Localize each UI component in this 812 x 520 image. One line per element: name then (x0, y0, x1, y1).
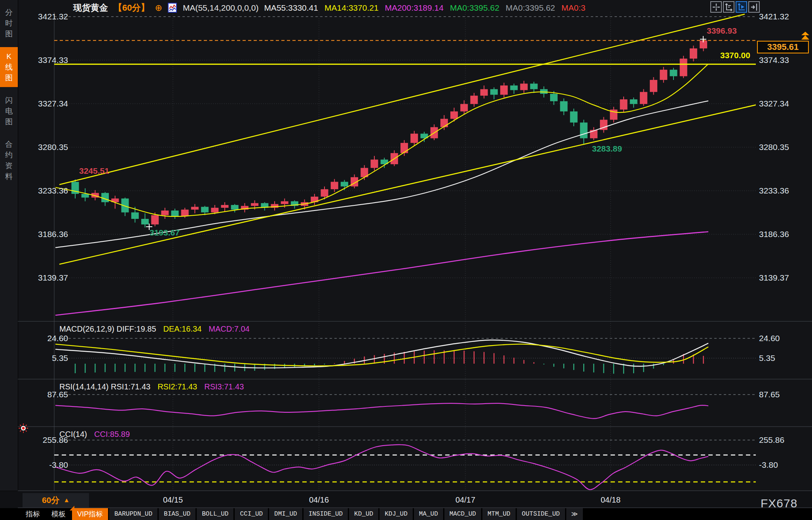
ma-formula: MA(55,14,200,0,0,0) (183, 3, 258, 13)
axis-tick: 3374.33 (759, 55, 789, 65)
chart-toolbar (710, 1, 760, 13)
ma-value-3: MA0:3395.62 (450, 3, 499, 13)
chevron-up-icon: ▲ (63, 497, 70, 504)
axis-tick: 3233.36 (0, 186, 68, 195)
indicator-tab-BIAS_UD[interactable]: BIAS_UD (159, 508, 195, 520)
indicator-tab-VIP指标[interactable]: VIP指标 (72, 508, 108, 520)
indicator-tab-KD_UD[interactable]: KD_UD (349, 508, 378, 520)
rsi-header-part-2: RSI3:71.43 (204, 382, 244, 391)
macd-header-part-1: DEA:16.34 (163, 325, 202, 334)
trading-app-window: 分时图K线图闪电图合约资料 现货黄金 【60分】 ⊕ MA(55,14,200,… (0, 0, 812, 520)
price-annotation-1: 3193.67 (150, 228, 180, 237)
ma-value-1: MA14:3370.21 (324, 3, 379, 13)
timeframe-value: 60分 (42, 495, 59, 506)
axis-tick: -3.80 (0, 460, 68, 470)
axis-tick: 3327.34 (759, 99, 789, 108)
indicator-tab-模板[interactable]: 模板 (46, 508, 71, 520)
axis-tick: 3374.33 (0, 55, 68, 65)
indicator-tab-MTM_UD[interactable]: MTM_UD (482, 508, 516, 520)
axis-tick: 24.60 (0, 334, 68, 343)
indicator-tab-INSIDE_UD[interactable]: INSIDE_UD (304, 508, 348, 520)
link-target-icon[interactable]: ⊕ (155, 3, 162, 13)
ma-value-2: MA200:3189.14 (385, 3, 444, 13)
indicator-tab-BARUPDN_UD[interactable]: BARUPDN_UD (109, 508, 157, 520)
chart-canvas[interactable] (0, 0, 812, 520)
axis-tick: 255.86 (759, 435, 784, 445)
axis-tick: 5.35 (0, 353, 68, 363)
timeframe-selector[interactable]: 60分 ▲ (23, 493, 89, 507)
mini-chart-icon[interactable] (168, 3, 177, 13)
live-blink-icon (19, 423, 28, 435)
axis-tick: 3327.34 (0, 99, 68, 108)
axis-tick: 3186.36 (0, 230, 68, 239)
price-annotation-0: 3245.51 (79, 166, 109, 176)
rsi-header-part-1: RSI2:71.43 (157, 382, 197, 391)
axis-tick: 87.65 (759, 390, 780, 399)
axis-tick: 3139.37 (759, 273, 789, 283)
axis-autofit-icon[interactable] (736, 1, 747, 13)
axis-tick: 87.65 (0, 390, 68, 399)
ma-value-4: MA0:3395.62 (506, 3, 555, 13)
macd-header-part-0: MACD(26,12,9) DIFF:19.85 (59, 325, 156, 334)
axis-tick: 3233.36 (759, 186, 789, 195)
indicator-tab-KDJ_UD[interactable]: KDJ_UD (379, 508, 413, 520)
ma-values: MA55:3330.41MA14:3370.21MA200:3189.14MA0… (264, 3, 585, 13)
axis-tick: 255.86 (0, 435, 68, 445)
shift-right-icon[interactable] (748, 1, 760, 13)
indicator-tab-MACD_UD[interactable]: MACD_UD (444, 508, 481, 520)
timeframe-label[interactable]: 【60分】 (114, 2, 149, 14)
indicator-tabbar: 指标模板VIP指标BARUPDN_UDBIAS_UDBOLL_UDCCI_UDD… (0, 508, 812, 520)
price-up-arrow-icon (801, 32, 810, 42)
cci-pane-header: CCI(14)CCI:85.89 (59, 430, 130, 439)
cci-header-part-1: CCI:85.89 (94, 430, 130, 439)
axis-tick: 3139.37 (0, 273, 68, 283)
indicator-tab-BOLL_UD[interactable]: BOLL_UD (197, 508, 233, 520)
indicator-tab-OUTSIDE_UD[interactable]: OUTSIDE_UD (517, 508, 565, 520)
instrument-title: 现货黄金 (73, 2, 108, 14)
axis-tick: 3421.32 (0, 12, 68, 21)
macd-pane-header: MACD(26,12,9) DIFF:19.85DEA:16.34MACD:7.… (59, 325, 250, 334)
ma-value-0: MA55:3330.41 (264, 3, 318, 13)
rsi-header-part-0: RSI(14,14,14) RSI1:71.43 (59, 382, 150, 391)
chart-header: 现货黄金 【60分】 ⊕ MA(55,14,200,0,0,0) MA55:33… (73, 2, 585, 14)
cci-header-part-0: CCI(14) (59, 430, 87, 439)
price-annotation-2: 3283.89 (592, 144, 622, 154)
pan-icon[interactable] (710, 1, 722, 13)
rsi-pane-header: RSI(14,14,14) RSI1:71.43RSI2:71.43RSI3:7… (59, 382, 244, 391)
macd-header-part-2: MACD:7.04 (209, 325, 249, 334)
axis-tick: 3186.36 (759, 230, 789, 239)
axis-scale-icon[interactable] (723, 1, 734, 13)
indicator-tab-≫[interactable]: ≫ (566, 508, 583, 520)
date-label: 04/17 (455, 495, 475, 505)
axis-tick: -3.80 (759, 460, 778, 470)
axis-tick: 3421.32 (759, 12, 789, 21)
price-annotation-4: 3370.00 (720, 51, 750, 60)
current-price-badge: 3395.61 (757, 41, 809, 53)
date-label: 04/18 (601, 495, 620, 505)
date-label: 04/16 (309, 495, 329, 505)
axis-tick: 3280.35 (759, 142, 789, 152)
date-label: 04/15 (163, 495, 183, 505)
indicator-tab-指标[interactable]: 指标 (21, 508, 45, 520)
axis-tick: 3280.35 (0, 142, 68, 152)
indicator-tab-CCI_UD[interactable]: CCI_UD (235, 508, 268, 520)
indicator-tab-DMI_UD[interactable]: DMI_UD (269, 508, 302, 520)
ma-value-5: MA0:3 (562, 3, 586, 13)
indicator-tab-MA_UD[interactable]: MA_UD (414, 508, 443, 520)
axis-tick: 24.60 (759, 334, 780, 343)
axis-tick: 5.35 (759, 353, 775, 363)
price-annotation-3: 3396.93 (707, 26, 737, 36)
